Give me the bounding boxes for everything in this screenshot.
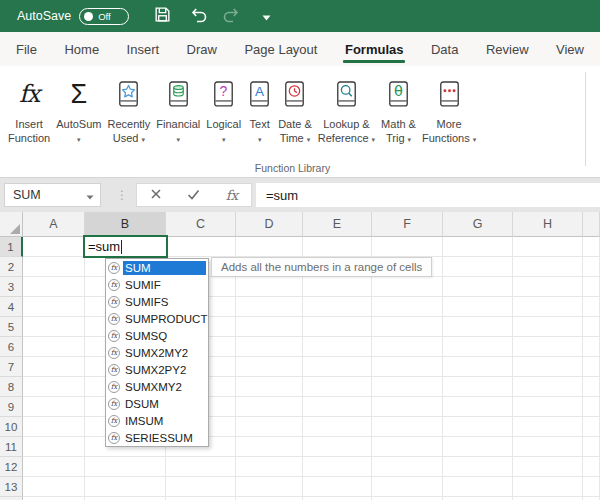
grid-cell-A9[interactable] bbox=[23, 397, 85, 417]
grid-cell-A7[interactable] bbox=[23, 357, 85, 377]
grid-cell-F9[interactable] bbox=[372, 397, 443, 417]
grid-cell-E5[interactable] bbox=[303, 317, 372, 337]
tab-data[interactable]: Data bbox=[429, 34, 460, 65]
grid-cell-A11[interactable] bbox=[23, 437, 85, 457]
grid-cell-E6[interactable] bbox=[303, 337, 372, 357]
grid-cell-F1[interactable] bbox=[372, 237, 443, 257]
undo-button[interactable] bbox=[188, 5, 208, 28]
grid-cell-H10[interactable] bbox=[513, 417, 583, 437]
save-button[interactable] bbox=[153, 5, 172, 27]
autocomplete-item-sumxmy2[interactable]: fxSUMXMY2 bbox=[106, 378, 208, 395]
grid-cell[interactable] bbox=[583, 377, 600, 397]
autocomplete-item-seriessum[interactable]: fxSERIESSUM bbox=[106, 429, 208, 446]
row-header-2[interactable]: 2 bbox=[0, 257, 23, 277]
grid-cell-F11[interactable] bbox=[372, 437, 443, 457]
grid-cell-F10[interactable] bbox=[372, 417, 443, 437]
grid-cell-H2[interactable] bbox=[513, 257, 583, 277]
column-header-F[interactable]: F bbox=[372, 212, 443, 237]
tab-draw[interactable]: Draw bbox=[185, 34, 219, 65]
grid-cell-A10[interactable] bbox=[23, 417, 85, 437]
grid-cell-G3[interactable] bbox=[443, 277, 513, 297]
cancel-button[interactable] bbox=[150, 188, 162, 203]
grid-cell-A13[interactable] bbox=[23, 477, 85, 497]
grid-cell-F5[interactable] bbox=[372, 317, 443, 337]
autocomplete-item-dsum[interactable]: fxDSUM bbox=[106, 395, 208, 412]
grid-cell-G11[interactable] bbox=[443, 437, 513, 457]
name-box[interactable]: SUM bbox=[4, 183, 101, 207]
grid-cell-D13[interactable] bbox=[236, 477, 303, 497]
ribbon-item-text[interactable]: AText ▾ bbox=[244, 74, 275, 148]
grid-cell-H5[interactable] bbox=[513, 317, 583, 337]
grid-cell-A4[interactable] bbox=[23, 297, 85, 317]
grid-cell-E9[interactable] bbox=[303, 397, 372, 417]
grid-cell-C1[interactable] bbox=[166, 237, 236, 257]
insert-function-button[interactable]: fx bbox=[226, 187, 239, 203]
ribbon-item-math-trig[interactable]: θMath &Trig ▾ bbox=[378, 74, 419, 148]
grid-cell-F6[interactable] bbox=[372, 337, 443, 357]
grid-cell-D11[interactable] bbox=[236, 437, 303, 457]
ribbon-item-recently-used[interactable]: RecentlyUsed ▾ bbox=[104, 74, 153, 148]
grid-cell-H1[interactable] bbox=[513, 237, 583, 257]
tab-review[interactable]: Review bbox=[484, 34, 531, 65]
grid-cell[interactable] bbox=[583, 477, 600, 497]
tab-page-layout[interactable]: Page Layout bbox=[242, 34, 319, 65]
grid-cell-F8[interactable] bbox=[372, 377, 443, 397]
grid-cell[interactable] bbox=[583, 437, 600, 457]
autosave-toggle[interactable]: Off bbox=[79, 8, 129, 25]
grid-cell-D3[interactable] bbox=[236, 277, 303, 297]
row-header-11[interactable]: 11 bbox=[0, 437, 23, 457]
grid-cell-H12[interactable] bbox=[513, 457, 583, 477]
grid-cell-A1[interactable] bbox=[23, 237, 85, 257]
row-header-6[interactable]: 6 bbox=[0, 337, 23, 357]
grid-cell-F4[interactable] bbox=[372, 297, 443, 317]
formula-input[interactable]: =sum bbox=[256, 183, 600, 207]
grid-cell-G9[interactable] bbox=[443, 397, 513, 417]
grid-cell-G2[interactable] bbox=[443, 257, 513, 277]
ribbon-item-financial[interactable]: Financial ▾ bbox=[153, 74, 203, 148]
autocomplete-item-sumifs[interactable]: fxSUMIFS bbox=[106, 293, 208, 310]
formula-bar-resize-handle[interactable]: ⋮ bbox=[116, 183, 128, 207]
row-header-12[interactable]: 12 bbox=[0, 457, 23, 477]
redo-button[interactable] bbox=[222, 5, 242, 28]
grid-cell-H9[interactable] bbox=[513, 397, 583, 417]
grid-cell-F3[interactable] bbox=[372, 277, 443, 297]
autocomplete-item-sum[interactable]: fxSUM bbox=[106, 259, 208, 276]
column-header-A[interactable]: A bbox=[23, 212, 85, 237]
row-header-8[interactable]: 8 bbox=[0, 377, 23, 397]
grid-cell-G5[interactable] bbox=[443, 317, 513, 337]
grid-cell-E12[interactable] bbox=[303, 457, 372, 477]
ribbon-item-date-time[interactable]: Date &Time ▾ bbox=[275, 74, 315, 148]
grid-cell[interactable] bbox=[583, 277, 600, 297]
grid-cell-D5[interactable] bbox=[236, 317, 303, 337]
grid-cell[interactable] bbox=[583, 257, 600, 277]
grid-cell-F7[interactable] bbox=[372, 357, 443, 377]
row-header-10[interactable]: 10 bbox=[0, 417, 23, 437]
grid-cell-H13[interactable] bbox=[513, 477, 583, 497]
ribbon-item-lookup-reference[interactable]: Lookup &Reference ▾ bbox=[315, 74, 378, 148]
ribbon-item-autosum[interactable]: ΣAutoSum ▾ bbox=[53, 74, 104, 148]
grid-cell-F12[interactable] bbox=[372, 457, 443, 477]
grid-cell-A2[interactable] bbox=[23, 257, 85, 277]
grid-cell-E10[interactable] bbox=[303, 417, 372, 437]
grid-cell-D10[interactable] bbox=[236, 417, 303, 437]
tab-insert[interactable]: Insert bbox=[125, 34, 162, 65]
grid-cell[interactable] bbox=[583, 397, 600, 417]
grid-cell[interactable] bbox=[583, 337, 600, 357]
grid-cell-G10[interactable] bbox=[443, 417, 513, 437]
grid-cell-G12[interactable] bbox=[443, 457, 513, 477]
tab-file[interactable]: File bbox=[14, 34, 39, 65]
row-header-1[interactable]: 1 bbox=[0, 237, 23, 257]
grid-cell-G1[interactable] bbox=[443, 237, 513, 257]
select-all-corner[interactable] bbox=[0, 212, 23, 237]
grid-cell-C13[interactable] bbox=[166, 477, 236, 497]
grid-cell-A8[interactable] bbox=[23, 377, 85, 397]
grid-cell-G13[interactable] bbox=[443, 477, 513, 497]
grid-cell-D12[interactable] bbox=[236, 457, 303, 477]
ribbon-item-insert-function[interactable]: fxInsertFunction bbox=[5, 74, 53, 148]
grid-cell-F13[interactable] bbox=[372, 477, 443, 497]
row-header-7[interactable]: 7 bbox=[0, 357, 23, 377]
grid-cell[interactable] bbox=[583, 297, 600, 317]
grid-cell-G4[interactable] bbox=[443, 297, 513, 317]
grid-cell-H11[interactable] bbox=[513, 437, 583, 457]
grid-cell-D1[interactable] bbox=[236, 237, 303, 257]
